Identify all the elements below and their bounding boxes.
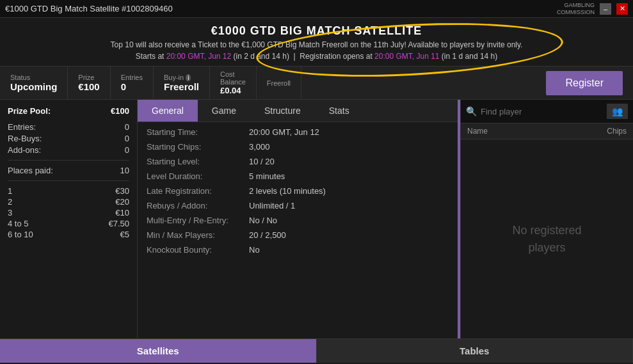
info-value: Unlimited / 1 (249, 201, 295, 210)
info-value: No / No (249, 216, 277, 225)
starts-label: Starts at (136, 52, 164, 61)
payout-place: 1 (8, 186, 12, 196)
balance-label: Balance (220, 78, 246, 86)
freeroll-label: Freeroll (267, 79, 291, 87)
rebuys-row: Re-Buys: 0 (8, 134, 129, 143)
tournament-times: Starts at 20:00 GMT, Jun 12 (in 2 d and … (0, 52, 633, 61)
stat-buyin: Buy-in i Freeroll (154, 67, 210, 99)
info-row: Min / Max Players:20 / 2,500 (147, 230, 449, 240)
addons-label: Add-ons: (8, 145, 41, 155)
prize-pool-value: €100 (111, 106, 129, 116)
places-paid-value: 10 (120, 166, 129, 175)
status-value: Upcoming (10, 81, 57, 92)
places-paid-label: Places paid: (8, 166, 53, 175)
reg-label: Registration opens at (300, 52, 372, 61)
payout-place: 6 to 10 (8, 230, 33, 239)
reg-suffix: (in 1 d and 14 h) (442, 52, 497, 61)
info-value: 20 / 2,500 (249, 230, 286, 240)
no-players-message: No registered players (461, 139, 633, 338)
info-label: Multi-Entry / Re-Entry: (147, 216, 249, 225)
prize-pool-label: Prize Pool: (8, 106, 51, 116)
info-row: Starting Chips:3,000 (147, 142, 449, 152)
entries-value: 0 (121, 81, 143, 92)
info-value: 2 levels (10 minutes) (249, 186, 326, 196)
info-label: Late Registration: (147, 186, 249, 196)
addons-row: Add-ons: 0 (8, 145, 129, 155)
starts-time: 20:00 GMT, Jun 12 (166, 52, 231, 61)
payout-prize: €20 (115, 197, 129, 207)
info-label: Starting Time: (147, 127, 249, 137)
payout-place: 2 (8, 197, 12, 207)
rebuys-value: 0 (125, 134, 129, 143)
starts-suffix: (in 2 d and 14 h) (234, 52, 289, 61)
info-row: Knockout Bounty:No (147, 245, 449, 255)
stat-freeroll: Freeroll (257, 67, 301, 99)
payout-place: 4 to 5 (8, 219, 29, 228)
bottom-bar: Satellites Tables (0, 338, 633, 363)
entries-label-left: Entries: (8, 122, 36, 132)
prize-pool-row: Prize Pool: €100 (8, 106, 129, 116)
tab-general[interactable]: General (138, 100, 198, 122)
info-value: 20:00 GMT, Jun 12 (249, 127, 319, 137)
title-bar: €1000 GTD Big Match Satellite #100280946… (0, 0, 633, 18)
gambling-commission-logo: GAMBLING COMMISSION (557, 2, 595, 16)
places-paid-row: Places paid: 10 (8, 166, 129, 175)
info-label: Knockout Bounty: (147, 245, 249, 255)
info-value: 3,000 (249, 142, 270, 152)
tables-button[interactable]: Tables (317, 339, 634, 363)
info-label: Starting Level: (147, 157, 249, 166)
info-row: Late Registration:2 levels (10 minutes) (147, 186, 449, 196)
tab-content: Starting Time:20:00 GMT, Jun 12Starting … (138, 122, 458, 338)
payout-prize: €30 (115, 186, 129, 196)
info-label: Starting Chips: (147, 142, 249, 152)
entries-value-left: 0 (125, 122, 129, 132)
search-input[interactable] (481, 107, 603, 116)
info-value: No (249, 245, 260, 255)
chips-column-header: Chips (607, 127, 627, 136)
cost-label: Cost (220, 70, 246, 78)
register-button[interactable]: Register (546, 71, 623, 95)
search-row: 🔍 👥 (461, 100, 633, 123)
tab-structure[interactable]: Structure (250, 100, 315, 122)
info-label: Min / Max Players: (147, 230, 249, 240)
right-panel: 🔍 👥 Name Chips No registered players (460, 100, 633, 338)
tournament-subtitle: Top 10 will also receive a Ticket to the… (0, 40, 633, 49)
entries-label: Entries (121, 74, 143, 81)
payout-row: 6 to 10€5 (8, 230, 129, 239)
cost-value: £0.04 (220, 86, 246, 95)
title-bar-controls: GAMBLING COMMISSION – ✕ (557, 2, 628, 16)
left-panel: Prize Pool: €100 Entries: 0 Re-Buys: 0 A… (0, 100, 138, 338)
prize-label: Prize (78, 74, 99, 81)
info-value: 10 / 20 (249, 157, 275, 166)
addons-value: 0 (125, 145, 129, 155)
tab-stats[interactable]: Stats (315, 100, 364, 122)
buyin-value: Freeroll (164, 81, 199, 92)
payouts-list: 1€302€203€104 to 5€7.506 to 10€5 (8, 186, 129, 239)
satellites-button[interactable]: Satellites (0, 339, 317, 363)
name-column-header: Name (467, 127, 488, 136)
stat-entries: Entries 0 (111, 67, 154, 99)
info-value: 5 minutes (249, 171, 285, 181)
stat-cost: Cost Balance £0.04 (210, 67, 257, 99)
close-button[interactable]: ✕ (616, 3, 628, 15)
general-tab-content: Starting Time:20:00 GMT, Jun 12Starting … (147, 127, 449, 255)
main-content: Prize Pool: €100 Entries: 0 Re-Buys: 0 A… (0, 100, 633, 338)
payout-row: 1€30 (8, 186, 129, 196)
search-icon: 🔍 (466, 106, 477, 116)
stat-prize: Prize €100 (68, 67, 110, 99)
reg-time: 20:00 GMT, Jun 11 (374, 52, 439, 61)
tab-game[interactable]: Game (198, 100, 250, 122)
payout-row: 2€20 (8, 197, 129, 207)
payout-prize: €5 (120, 230, 129, 239)
info-label: Level Duration: (147, 171, 249, 181)
payout-row: 4 to 5€7.50 (8, 219, 129, 228)
minimize-button[interactable]: – (600, 3, 611, 15)
entries-row: Entries: 0 (8, 122, 129, 132)
players-icon-button[interactable]: 👥 (607, 104, 628, 119)
player-list-header: Name Chips (461, 123, 633, 139)
register-area: Register (536, 67, 633, 99)
divider-2 (8, 180, 129, 181)
payout-row: 3€10 (8, 208, 129, 218)
rebuys-label: Re-Buys: (8, 134, 42, 143)
tournament-title: €1000 GTD BIG MATCH SATELLITE (0, 24, 633, 38)
